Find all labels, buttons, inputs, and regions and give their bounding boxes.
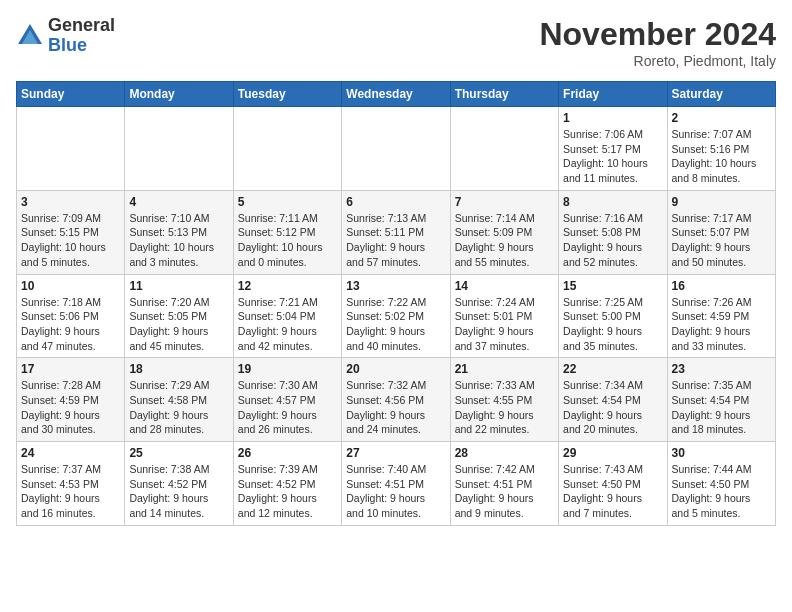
day-cell: 20Sunrise: 7:32 AM Sunset: 4:56 PM Dayli…	[342, 358, 450, 442]
day-info: Sunrise: 7:11 AM Sunset: 5:12 PM Dayligh…	[238, 211, 337, 270]
weekday-header-friday: Friday	[559, 82, 667, 107]
day-number: 7	[455, 195, 554, 209]
day-cell: 21Sunrise: 7:33 AM Sunset: 4:55 PM Dayli…	[450, 358, 558, 442]
weekday-header-monday: Monday	[125, 82, 233, 107]
day-cell: 3Sunrise: 7:09 AM Sunset: 5:15 PM Daylig…	[17, 190, 125, 274]
day-number: 25	[129, 446, 228, 460]
week-row-2: 3Sunrise: 7:09 AM Sunset: 5:15 PM Daylig…	[17, 190, 776, 274]
day-number: 30	[672, 446, 771, 460]
location: Roreto, Piedmont, Italy	[539, 53, 776, 69]
weekday-header-row: SundayMondayTuesdayWednesdayThursdayFrid…	[17, 82, 776, 107]
day-number: 16	[672, 279, 771, 293]
day-info: Sunrise: 7:24 AM Sunset: 5:01 PM Dayligh…	[455, 295, 554, 354]
day-info: Sunrise: 7:32 AM Sunset: 4:56 PM Dayligh…	[346, 378, 445, 437]
day-number: 26	[238, 446, 337, 460]
day-number: 28	[455, 446, 554, 460]
day-cell	[450, 107, 558, 191]
day-info: Sunrise: 7:16 AM Sunset: 5:08 PM Dayligh…	[563, 211, 662, 270]
day-number: 14	[455, 279, 554, 293]
day-number: 20	[346, 362, 445, 376]
day-cell: 18Sunrise: 7:29 AM Sunset: 4:58 PM Dayli…	[125, 358, 233, 442]
day-cell: 28Sunrise: 7:42 AM Sunset: 4:51 PM Dayli…	[450, 442, 558, 526]
week-row-4: 17Sunrise: 7:28 AM Sunset: 4:59 PM Dayli…	[17, 358, 776, 442]
day-info: Sunrise: 7:09 AM Sunset: 5:15 PM Dayligh…	[21, 211, 120, 270]
weekday-header-saturday: Saturday	[667, 82, 775, 107]
day-info: Sunrise: 7:40 AM Sunset: 4:51 PM Dayligh…	[346, 462, 445, 521]
day-cell: 1Sunrise: 7:06 AM Sunset: 5:17 PM Daylig…	[559, 107, 667, 191]
day-info: Sunrise: 7:21 AM Sunset: 5:04 PM Dayligh…	[238, 295, 337, 354]
week-row-1: 1Sunrise: 7:06 AM Sunset: 5:17 PM Daylig…	[17, 107, 776, 191]
day-cell	[342, 107, 450, 191]
day-cell: 5Sunrise: 7:11 AM Sunset: 5:12 PM Daylig…	[233, 190, 341, 274]
day-number: 10	[21, 279, 120, 293]
day-info: Sunrise: 7:22 AM Sunset: 5:02 PM Dayligh…	[346, 295, 445, 354]
week-row-3: 10Sunrise: 7:18 AM Sunset: 5:06 PM Dayli…	[17, 274, 776, 358]
day-info: Sunrise: 7:34 AM Sunset: 4:54 PM Dayligh…	[563, 378, 662, 437]
day-cell: 2Sunrise: 7:07 AM Sunset: 5:16 PM Daylig…	[667, 107, 775, 191]
day-info: Sunrise: 7:33 AM Sunset: 4:55 PM Dayligh…	[455, 378, 554, 437]
day-cell: 13Sunrise: 7:22 AM Sunset: 5:02 PM Dayli…	[342, 274, 450, 358]
day-cell: 22Sunrise: 7:34 AM Sunset: 4:54 PM Dayli…	[559, 358, 667, 442]
logo: General Blue	[16, 16, 115, 56]
day-cell	[125, 107, 233, 191]
weekday-header-wednesday: Wednesday	[342, 82, 450, 107]
day-info: Sunrise: 7:42 AM Sunset: 4:51 PM Dayligh…	[455, 462, 554, 521]
day-info: Sunrise: 7:35 AM Sunset: 4:54 PM Dayligh…	[672, 378, 771, 437]
day-cell: 23Sunrise: 7:35 AM Sunset: 4:54 PM Dayli…	[667, 358, 775, 442]
day-cell: 14Sunrise: 7:24 AM Sunset: 5:01 PM Dayli…	[450, 274, 558, 358]
day-number: 18	[129, 362, 228, 376]
day-number: 13	[346, 279, 445, 293]
day-number: 24	[21, 446, 120, 460]
day-number: 1	[563, 111, 662, 125]
day-info: Sunrise: 7:18 AM Sunset: 5:06 PM Dayligh…	[21, 295, 120, 354]
day-info: Sunrise: 7:28 AM Sunset: 4:59 PM Dayligh…	[21, 378, 120, 437]
logo-text: General Blue	[48, 16, 115, 56]
day-number: 23	[672, 362, 771, 376]
day-cell	[233, 107, 341, 191]
day-number: 19	[238, 362, 337, 376]
day-number: 27	[346, 446, 445, 460]
page-header: General Blue November 2024 Roreto, Piedm…	[16, 16, 776, 69]
day-info: Sunrise: 7:06 AM Sunset: 5:17 PM Dayligh…	[563, 127, 662, 186]
day-number: 3	[21, 195, 120, 209]
day-number: 15	[563, 279, 662, 293]
day-cell: 16Sunrise: 7:26 AM Sunset: 4:59 PM Dayli…	[667, 274, 775, 358]
day-number: 4	[129, 195, 228, 209]
day-cell: 27Sunrise: 7:40 AM Sunset: 4:51 PM Dayli…	[342, 442, 450, 526]
day-cell: 30Sunrise: 7:44 AM Sunset: 4:50 PM Dayli…	[667, 442, 775, 526]
day-number: 12	[238, 279, 337, 293]
day-cell: 11Sunrise: 7:20 AM Sunset: 5:05 PM Dayli…	[125, 274, 233, 358]
day-info: Sunrise: 7:14 AM Sunset: 5:09 PM Dayligh…	[455, 211, 554, 270]
day-cell: 12Sunrise: 7:21 AM Sunset: 5:04 PM Dayli…	[233, 274, 341, 358]
day-cell: 8Sunrise: 7:16 AM Sunset: 5:08 PM Daylig…	[559, 190, 667, 274]
day-cell: 24Sunrise: 7:37 AM Sunset: 4:53 PM Dayli…	[17, 442, 125, 526]
day-info: Sunrise: 7:10 AM Sunset: 5:13 PM Dayligh…	[129, 211, 228, 270]
day-info: Sunrise: 7:39 AM Sunset: 4:52 PM Dayligh…	[238, 462, 337, 521]
day-cell: 26Sunrise: 7:39 AM Sunset: 4:52 PM Dayli…	[233, 442, 341, 526]
day-info: Sunrise: 7:07 AM Sunset: 5:16 PM Dayligh…	[672, 127, 771, 186]
day-info: Sunrise: 7:37 AM Sunset: 4:53 PM Dayligh…	[21, 462, 120, 521]
day-number: 6	[346, 195, 445, 209]
day-info: Sunrise: 7:38 AM Sunset: 4:52 PM Dayligh…	[129, 462, 228, 521]
day-cell: 15Sunrise: 7:25 AM Sunset: 5:00 PM Dayli…	[559, 274, 667, 358]
day-number: 9	[672, 195, 771, 209]
day-info: Sunrise: 7:25 AM Sunset: 5:00 PM Dayligh…	[563, 295, 662, 354]
day-cell	[17, 107, 125, 191]
weekday-header-sunday: Sunday	[17, 82, 125, 107]
day-cell: 25Sunrise: 7:38 AM Sunset: 4:52 PM Dayli…	[125, 442, 233, 526]
day-number: 21	[455, 362, 554, 376]
day-info: Sunrise: 7:44 AM Sunset: 4:50 PM Dayligh…	[672, 462, 771, 521]
logo-icon	[16, 22, 44, 50]
day-info: Sunrise: 7:43 AM Sunset: 4:50 PM Dayligh…	[563, 462, 662, 521]
day-cell: 6Sunrise: 7:13 AM Sunset: 5:11 PM Daylig…	[342, 190, 450, 274]
day-number: 29	[563, 446, 662, 460]
day-cell: 9Sunrise: 7:17 AM Sunset: 5:07 PM Daylig…	[667, 190, 775, 274]
day-info: Sunrise: 7:26 AM Sunset: 4:59 PM Dayligh…	[672, 295, 771, 354]
week-row-5: 24Sunrise: 7:37 AM Sunset: 4:53 PM Dayli…	[17, 442, 776, 526]
day-number: 8	[563, 195, 662, 209]
weekday-header-thursday: Thursday	[450, 82, 558, 107]
day-cell: 19Sunrise: 7:30 AM Sunset: 4:57 PM Dayli…	[233, 358, 341, 442]
calendar-table: SundayMondayTuesdayWednesdayThursdayFrid…	[16, 81, 776, 526]
day-number: 5	[238, 195, 337, 209]
day-cell: 29Sunrise: 7:43 AM Sunset: 4:50 PM Dayli…	[559, 442, 667, 526]
